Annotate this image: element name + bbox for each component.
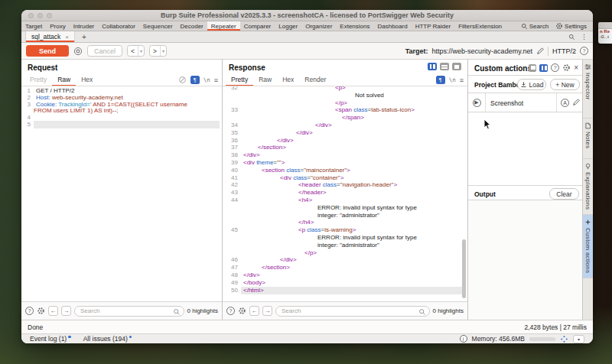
settings-menu-item[interactable]: Settings bbox=[555, 22, 587, 30]
new-button[interactable]: + New bbox=[550, 79, 580, 90]
forward-dropdown-caret[interactable]: ▾ bbox=[160, 46, 166, 56]
minimize-window-button[interactable] bbox=[37, 13, 43, 18]
menu-tab-intruder[interactable]: Intruder bbox=[70, 21, 99, 31]
newline-toggle-icon[interactable]: ¶ bbox=[436, 76, 445, 84]
code-line[interactable]: 43</header> bbox=[223, 189, 467, 197]
code-line[interactable]: </h4> bbox=[223, 219, 467, 226]
editor-tab-hex[interactable]: Hex bbox=[76, 74, 98, 86]
code-line[interactable]: 39<div theme=""> bbox=[223, 159, 467, 167]
search-help-icon[interactable]: ? bbox=[25, 307, 34, 315]
code-line[interactable]: 38</div> bbox=[223, 151, 467, 159]
sidebar-tab-custom-actions[interactable]: Custom actions bbox=[583, 215, 593, 278]
menu-tab-extensions[interactable]: Extensions bbox=[336, 21, 373, 31]
code-line[interactable]: 42<header class="navigation-header"> bbox=[223, 181, 467, 189]
overflow-menu-icon[interactable]: ⋮ bbox=[581, 33, 588, 41]
code-line[interactable]: 35</div> bbox=[223, 129, 467, 137]
cancel-button[interactable]: Cancel bbox=[87, 45, 122, 57]
code-line[interactable]: </span> bbox=[223, 114, 467, 122]
history-forward-button[interactable]: > ▾ bbox=[149, 45, 167, 57]
editor-tab-render[interactable]: Render bbox=[299, 74, 331, 86]
close-panel-icon[interactable]: × bbox=[574, 63, 578, 72]
menu-tab-target[interactable]: Target bbox=[21, 21, 46, 31]
code-line[interactable]: 44<h4> bbox=[223, 197, 467, 204]
background-window-peek[interactable]: n Re -0...t bbox=[598, 22, 612, 44]
newline-glyph-label[interactable]: \n bbox=[449, 76, 456, 83]
search-prev-button[interactable]: ← bbox=[48, 306, 58, 316]
menu-tab-organizer[interactable]: Organizer bbox=[301, 21, 336, 31]
code-line[interactable]: 48</div> bbox=[223, 271, 467, 279]
editor-tab-hex[interactable]: Hex bbox=[277, 74, 299, 86]
search-settings-gear-icon[interactable] bbox=[37, 307, 45, 315]
code-line[interactable]: </p> bbox=[223, 99, 467, 107]
code-line[interactable]: integer: "administrator" bbox=[223, 212, 467, 219]
editor-tab-pretty[interactable]: Pretty bbox=[24, 74, 52, 86]
menu-tab-collaborator[interactable]: Collaborator bbox=[98, 21, 139, 31]
code-line[interactable]: 5 bbox=[21, 121, 222, 128]
session-tab-sql-attack[interactable]: sql_attack × bbox=[25, 31, 75, 42]
menu-tab-logger[interactable]: Logger bbox=[275, 21, 301, 31]
editor-tab-raw[interactable]: Raw bbox=[253, 74, 277, 86]
code-line[interactable]: 50</html> bbox=[223, 287, 467, 294]
search-icon[interactable] bbox=[568, 34, 575, 41]
all-issues-button[interactable]: All issues (194) bbox=[83, 335, 132, 343]
code-line[interactable]: 40<section class="maincontainer"> bbox=[223, 167, 467, 174]
help-icon[interactable]: ? bbox=[551, 63, 559, 72]
gear-icon[interactable] bbox=[562, 63, 571, 72]
search-next-button[interactable]: → bbox=[61, 306, 71, 316]
history-back-button[interactable]: < ▾ bbox=[127, 45, 145, 57]
code-line[interactable]: 45<p class=is-warning> bbox=[223, 226, 467, 234]
search-menu-item[interactable]: Search bbox=[521, 23, 549, 30]
response-search-input[interactable]: Search bbox=[275, 306, 430, 317]
code-line[interactable]: 41<div class="container"> bbox=[223, 174, 467, 182]
menu-tab-decoder[interactable]: Decoder bbox=[177, 21, 207, 31]
run-bambda-play-icon[interactable]: ▶ bbox=[473, 99, 481, 107]
edit-target-pencil-icon[interactable] bbox=[536, 47, 544, 55]
menu-tab-comparer[interactable]: Comparer bbox=[240, 21, 275, 31]
chevron-down-icon[interactable]: ▾ bbox=[573, 335, 584, 343]
layout-columns-icon[interactable] bbox=[428, 63, 437, 70]
editor-menu-icon[interactable]: ≡ bbox=[460, 76, 464, 84]
editor-tab-pretty[interactable]: Pretty bbox=[226, 74, 253, 86]
protocol-help-icon[interactable]: ? bbox=[580, 47, 588, 55]
menu-tab-repeater[interactable]: Repeater bbox=[207, 21, 240, 31]
close-window-button[interactable] bbox=[28, 13, 34, 18]
editor-tab-raw[interactable]: Raw bbox=[52, 74, 76, 86]
sidebar-tab-notes[interactable]: Notes bbox=[583, 119, 593, 159]
code-line[interactable]: 46</div> bbox=[223, 256, 467, 264]
event-log-button[interactable]: Event log (1) bbox=[30, 335, 71, 343]
editor-menu-icon[interactable]: ≡ bbox=[214, 76, 218, 84]
response-scrollbar-thumb[interactable] bbox=[462, 239, 466, 298]
response-code[interactable]: 32<p>Not solved</p>33<span class=lab-sta… bbox=[223, 86, 467, 301]
newline-toggle-icon[interactable]: ¶ bbox=[190, 76, 200, 84]
code-line[interactable]: 49</body> bbox=[223, 279, 467, 287]
sidebar-tab-inspector[interactable]: Inspector bbox=[583, 60, 593, 119]
edit-pencil-icon[interactable] bbox=[572, 99, 580, 106]
bambda-item-row[interactable]: ▶ Screenshot A bbox=[468, 93, 582, 112]
close-tab-icon[interactable]: × bbox=[65, 34, 69, 41]
code-line[interactable]: integer: "administrator" bbox=[223, 242, 467, 249]
back-dropdown-caret[interactable]: ▾ bbox=[138, 46, 144, 56]
burp-ai-icon[interactable] bbox=[560, 335, 568, 343]
clear-button[interactable]: Clear bbox=[549, 188, 579, 200]
send-button[interactable]: Send bbox=[26, 45, 69, 57]
search-prev-button[interactable]: ← bbox=[249, 306, 259, 316]
code-line[interactable]: 47</section> bbox=[223, 264, 467, 271]
send-settings-gear-icon[interactable] bbox=[73, 47, 83, 56]
auto-run-icon[interactable]: A bbox=[561, 99, 569, 107]
code-line[interactable]: ERROR: invalid input syntax for type bbox=[223, 234, 467, 242]
layout-rows-icon[interactable] bbox=[440, 63, 449, 70]
request-search-input[interactable]: Search bbox=[74, 306, 184, 317]
search-settings-gear-icon[interactable] bbox=[238, 307, 246, 315]
search-help-icon[interactable]: ? bbox=[226, 307, 235, 315]
menu-tab-dashboard[interactable]: Dashboard bbox=[373, 21, 411, 31]
newline-glyph-label[interactable]: \n bbox=[203, 76, 210, 83]
load-button[interactable]: Load bbox=[517, 79, 546, 90]
layout-single-icon[interactable] bbox=[452, 63, 461, 70]
panel-layout-icon[interactable] bbox=[529, 64, 536, 72]
menu-tab-http-raider[interactable]: HTTP Raider bbox=[412, 21, 455, 31]
search-next-button[interactable]: → bbox=[262, 306, 272, 316]
info-icon[interactable]: i bbox=[460, 335, 467, 343]
menu-tab-sequencer[interactable]: Sequencer bbox=[139, 21, 177, 31]
code-line[interactable]: 36</div> bbox=[223, 137, 467, 145]
new-session-tab-button[interactable]: + bbox=[75, 31, 93, 42]
